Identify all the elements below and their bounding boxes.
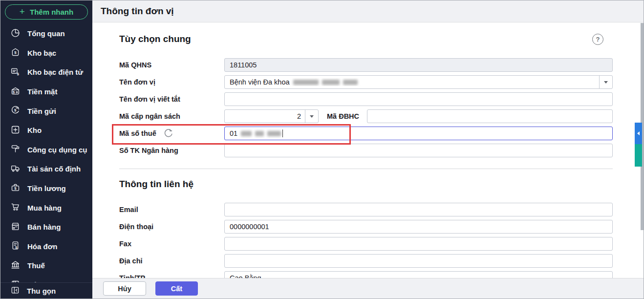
save-button[interactable]: Cất: [155, 281, 198, 296]
redacted-text: [293, 80, 319, 85]
redacted-text: [267, 131, 281, 136]
collapse-label: Thu gọn: [27, 287, 56, 295]
svg-text:$: $: [14, 186, 17, 191]
ma-so-thue-value: 01: [230, 129, 237, 137]
ma-qhns-field: 1811005: [224, 58, 613, 72]
truck-icon: [10, 163, 21, 175]
main-panel: Thông tin đơn vị ? Tùy chọn chung Mã QHN…: [92, 0, 644, 299]
e-treasury-icon: $: [10, 66, 21, 78]
sidebar-item-label: Tiền mặt: [27, 87, 57, 96]
sidebar-item-label: Công cụ dụng cụ: [27, 146, 87, 154]
dia-chi-label: Địa chỉ: [119, 257, 224, 265]
ma-dbhc-field[interactable]: [367, 109, 613, 123]
sidebar: + Thêm nhanh Tổng quan $ Kho bạc $ Kho b…: [0, 0, 92, 299]
so-tk-field[interactable]: [224, 144, 613, 157]
sidebar-item-ban-hang[interactable]: Bán hàng: [0, 217, 92, 237]
sidebar-item-mua-hang[interactable]: Mua hàng: [0, 198, 92, 217]
sidebar-item-tong-quan[interactable]: Tổng quan: [0, 24, 92, 43]
redacted-text: [255, 131, 264, 136]
action-bar: Hủy Cất: [92, 278, 644, 299]
sidebar-item-kho-bac[interactable]: $ Kho bạc: [0, 43, 92, 63]
sidebar-item-kho[interactable]: Kho: [0, 121, 92, 140]
ma-cap-ngan-sach-label: Mã cấp ngân sách: [119, 112, 224, 120]
sidebar-item-kho-bac-dien-tu[interactable]: $ Kho bạc điện tử: [0, 63, 92, 82]
collapse-sidebar-button[interactable]: Thu gọn: [0, 282, 92, 299]
fax-field[interactable]: [224, 237, 613, 251]
page-header: Thông tin đơn vị: [92, 0, 644, 22]
row-ma-so-thue: Mã số thuế 01: [119, 127, 613, 140]
section-title-contact: Thông tin liên hệ: [119, 179, 613, 190]
svg-text:$: $: [17, 71, 20, 76]
ten-viet-tat-field[interactable]: [224, 92, 613, 106]
deposit-icon: $: [10, 105, 21, 117]
ten-don-vi-label: Tên đơn vị: [119, 78, 224, 86]
briefcase-icon: $: [10, 183, 21, 194]
quick-add-button[interactable]: + Thêm nhanh: [5, 4, 88, 20]
collapse-icon: [10, 285, 20, 297]
ten-don-vi-field[interactable]: Bệnh viện Đa khoa: [224, 75, 613, 89]
cart-icon: [10, 202, 21, 214]
sidebar-item-label: Mua hàng: [27, 204, 62, 212]
row-ma-cap-ngan-sach: Mã cấp ngân sách 2 Mã ĐBHC: [119, 109, 613, 123]
sidebar-item-label: Kho: [27, 126, 42, 134]
row-ma-qhns: Mã QHNS 1811005: [119, 58, 613, 72]
sidebar-item-tien-luong[interactable]: $ Tiền lương: [0, 179, 92, 198]
email-label: Email: [119, 206, 224, 214]
invoice-icon: $: [10, 240, 21, 252]
sidebar-item-tai-san-co-dinh[interactable]: Tài sản cố định: [0, 159, 92, 179]
redacted-text: [343, 80, 358, 85]
dien-thoai-field[interactable]: 0000000001: [224, 220, 613, 234]
svg-text:$: $: [15, 245, 18, 250]
side-panel-tab[interactable]: [635, 144, 642, 167]
plus-icon: +: [20, 7, 25, 16]
row-email: Email: [119, 203, 613, 216]
section-title-general: Tùy chọn chung: [119, 34, 613, 44]
refresh-icon[interactable]: [163, 128, 174, 139]
sidebar-item-label: Hóa đơn: [27, 242, 58, 251]
chevron-down-icon: [310, 115, 314, 118]
row-ten-don-vi: Tên đơn vị Bệnh viện Đa khoa: [119, 75, 613, 89]
sidebar-item-tien-mat[interactable]: $ Tiền mặt: [0, 82, 92, 102]
treasury-icon: $: [10, 47, 21, 59]
fax-label: Fax: [119, 240, 224, 248]
dia-chi-field[interactable]: [224, 254, 613, 268]
sidebar-item-thue[interactable]: Thuế: [0, 256, 92, 276]
quick-add-label: Thêm nhanh: [30, 8, 73, 16]
bank-icon: [10, 260, 21, 272]
email-field[interactable]: [224, 203, 613, 216]
warehouse-icon: [10, 125, 21, 136]
sidebar-item-label: Tiền gửi: [27, 107, 56, 115]
ma-qhns-label: Mã QHNS: [119, 61, 224, 69]
sidebar-item-hoa-don[interactable]: $ Hóa đơn: [0, 237, 92, 256]
sidebar-item-label: Tiền lương: [27, 184, 66, 192]
form-content: Tùy chọn chung Mã QHNS 1811005 Tên đơn v…: [92, 22, 644, 299]
ten-don-vi-value: Bệnh viện Đa khoa: [230, 78, 290, 86]
ma-dbhc-label: Mã ĐBHC: [327, 112, 359, 120]
ten-don-vi-dropdown-button[interactable]: [599, 76, 612, 88]
sidebar-item-tien-gui[interactable]: $ Tiền gửi: [0, 101, 92, 121]
sidebar-item-label: Tài sản cố định: [27, 165, 81, 173]
sidebar-item-cong-cu-dung-cu[interactable]: Công cụ dụng cụ: [0, 140, 92, 160]
ma-cap-ngan-sach-field[interactable]: 2: [224, 109, 319, 123]
sidebar-item-label: Tổng quan: [27, 29, 65, 38]
text-cursor: [282, 129, 283, 137]
sidebar-item-label: Bán hàng: [27, 223, 61, 231]
row-dia-chi: Địa chỉ: [119, 254, 613, 268]
ma-so-thue-field[interactable]: 01: [224, 127, 613, 140]
pie-chart-icon: [10, 28, 21, 40]
expand-panel-tab[interactable]: [635, 123, 642, 144]
redacted-text: [322, 80, 340, 85]
tools-icon: [10, 144, 21, 155]
ma-cap-ngan-sach-dropdown-button[interactable]: [305, 110, 318, 123]
ma-so-thue-label: Mã số thuế: [119, 129, 156, 137]
ma-cap-ngan-sach-value: 2: [230, 112, 305, 120]
page-title: Thông tin đơn vị: [101, 6, 174, 17]
store-icon: [10, 221, 21, 233]
redacted-text: [241, 131, 252, 136]
sidebar-nav: Tổng quan $ Kho bạc $ Kho bạc điện tử $ …: [0, 24, 92, 299]
ten-viet-tat-label: Tên đơn vị viết tắt: [119, 95, 224, 103]
chevron-left-icon: [637, 131, 640, 135]
cancel-button[interactable]: Hủy: [103, 281, 146, 296]
section-divider: [119, 169, 613, 169]
svg-text:$: $: [14, 50, 17, 55]
